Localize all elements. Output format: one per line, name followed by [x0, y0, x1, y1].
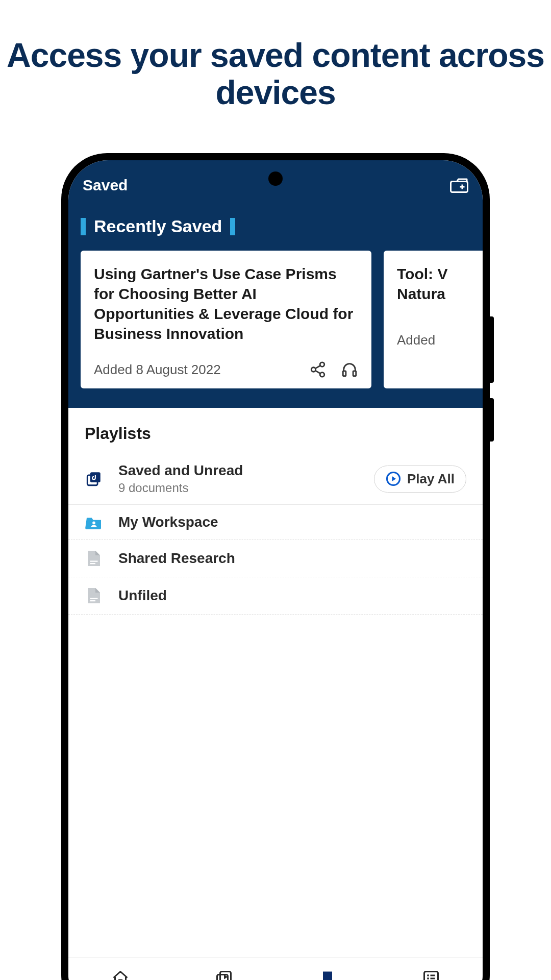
svg-rect-17: [90, 600, 96, 601]
listen-button[interactable]: [341, 361, 358, 378]
nav-multimedia[interactable]: Multimedia: [172, 958, 276, 980]
svg-point-3: [320, 362, 324, 367]
folder-plus-icon: [450, 178, 468, 193]
svg-line-7: [315, 371, 320, 374]
home-icon: [111, 969, 130, 980]
play-all-label: Play All: [407, 471, 455, 487]
card-title: Tool: V Natura: [397, 264, 472, 304]
recently-saved-title: Recently Saved: [94, 216, 222, 236]
bottom-nav: Home Multimedia Saved: [68, 958, 483, 980]
svg-rect-8: [343, 371, 346, 376]
svg-point-23: [427, 977, 429, 979]
multimedia-icon: [215, 969, 233, 980]
page-title: Saved: [83, 177, 128, 194]
bookmark-icon: [318, 969, 337, 980]
folder-person-icon: [85, 515, 103, 529]
svg-rect-9: [353, 371, 356, 376]
playlist-title: Unfiled: [118, 587, 466, 604]
document-icon: [86, 586, 102, 605]
saved-card[interactable]: Tool: V Natura Added: [384, 251, 483, 388]
recently-saved-section: Recently Saved Using Gartner's Use Case …: [68, 201, 483, 408]
svg-rect-16: [90, 598, 98, 599]
svg-point-5: [320, 373, 324, 377]
share-icon: [309, 361, 327, 378]
svg-rect-0: [451, 182, 468, 192]
phone-side-button: [490, 398, 494, 442]
nav-saved[interactable]: Saved: [276, 958, 379, 980]
playlist-saved-unread[interactable]: Saved and Unread 9 documents Play All: [68, 453, 483, 505]
svg-point-4: [311, 368, 316, 372]
svg-point-13: [92, 522, 95, 525]
activity-icon: [422, 969, 440, 980]
card-date: Added 8 August 2022: [94, 362, 309, 378]
saved-card[interactable]: Using Gartner's Use Case Prisms for Choo…: [81, 251, 371, 388]
play-circle-icon: [386, 471, 401, 486]
svg-rect-15: [90, 563, 96, 564]
document-icon: [86, 549, 102, 568]
card-date: Added: [397, 332, 472, 348]
playlist-shared-research[interactable]: Shared Research: [68, 540, 483, 577]
new-folder-button[interactable]: [450, 178, 468, 193]
card-title: Using Gartner's Use Case Prisms for Choo…: [94, 264, 358, 344]
share-button[interactable]: [309, 361, 327, 378]
svg-point-21: [427, 974, 429, 976]
promo-heading: Access your saved content across devices: [0, 0, 551, 111]
playlist-title: Shared Research: [118, 550, 466, 567]
svg-rect-14: [90, 561, 98, 562]
nav-home[interactable]: Home: [68, 958, 172, 980]
playlist-title: My Workspace: [118, 514, 466, 530]
playlists-heading: Playlists: [68, 424, 483, 443]
playlist-unfiled[interactable]: Unfiled: [68, 577, 483, 615]
playlist-stack-icon: [85, 470, 103, 487]
playlists-section: Playlists Saved and Unread 9 documents: [68, 408, 483, 615]
svg-line-6: [315, 365, 320, 369]
playlist-my-workspace[interactable]: My Workspace: [68, 505, 483, 540]
phone-frame: Saved Recently Saved Using Gartner's Use…: [61, 153, 490, 980]
nav-activity[interactable]: Activity: [379, 958, 483, 980]
phone-camera-dot: [268, 172, 283, 186]
playlist-subtitle: 9 documents: [118, 481, 359, 495]
playlist-title: Saved and Unread: [118, 462, 359, 479]
phone-side-button: [490, 316, 494, 383]
accent-bar: [81, 218, 86, 235]
headphones-icon: [341, 361, 358, 378]
cards-row[interactable]: Using Gartner's Use Case Prisms for Choo…: [68, 251, 483, 388]
play-all-button[interactable]: Play All: [374, 465, 466, 493]
accent-bar: [230, 218, 235, 235]
